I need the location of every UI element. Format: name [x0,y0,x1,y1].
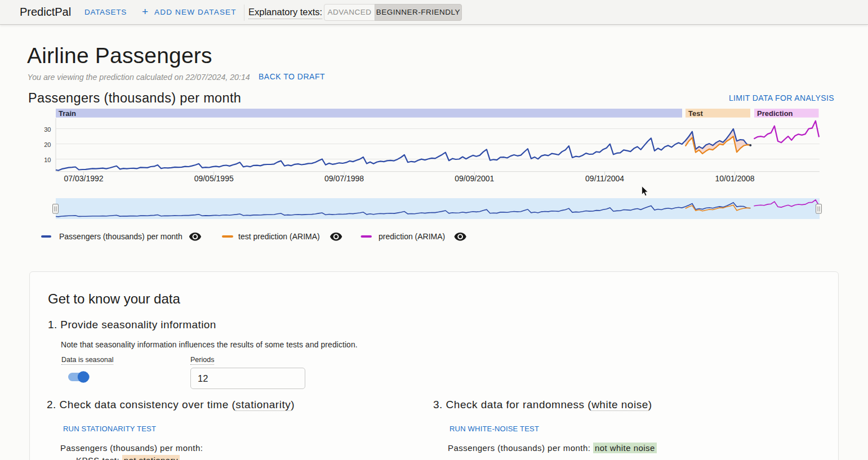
svg-text:09/05/1995: 09/05/1995 [194,174,234,183]
svg-text:prediction (ARIMA): prediction (ARIMA) [379,232,445,241]
svg-text:Prediction: Prediction [757,109,793,118]
svg-text:09/07/1998: 09/07/1998 [324,174,364,183]
svg-text:20: 20 [44,141,51,148]
svg-text:30: 30 [44,126,51,133]
svg-text:Passengers (thousands) per mon: Passengers (thousands) per month [59,232,182,241]
svg-text:09/09/2001: 09/09/2001 [455,174,494,183]
svg-text:10/01/2008: 10/01/2008 [715,174,754,183]
svg-text:07/03/1992: 07/03/1992 [64,174,103,183]
svg-text:Test: Test [688,109,703,118]
svg-text:Train: Train [59,109,76,118]
svg-text:09/11/2004: 09/11/2004 [585,174,624,183]
svg-text:test prediction (ARIMA): test prediction (ARIMA) [238,232,320,241]
svg-text:10: 10 [44,157,51,163]
